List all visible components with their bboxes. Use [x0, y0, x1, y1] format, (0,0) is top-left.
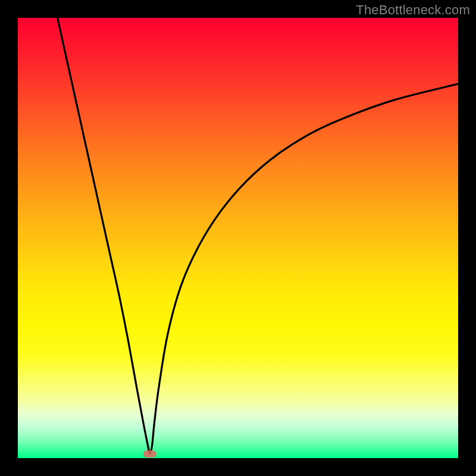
curve-svg	[18, 18, 458, 458]
curve-path	[58, 18, 458, 454]
vertex-marker	[143, 450, 156, 458]
watermark-text: TheBottleneck.com	[356, 2, 470, 18]
plot-area	[18, 18, 458, 458]
chart-frame: TheBottleneck.com	[0, 0, 476, 476]
